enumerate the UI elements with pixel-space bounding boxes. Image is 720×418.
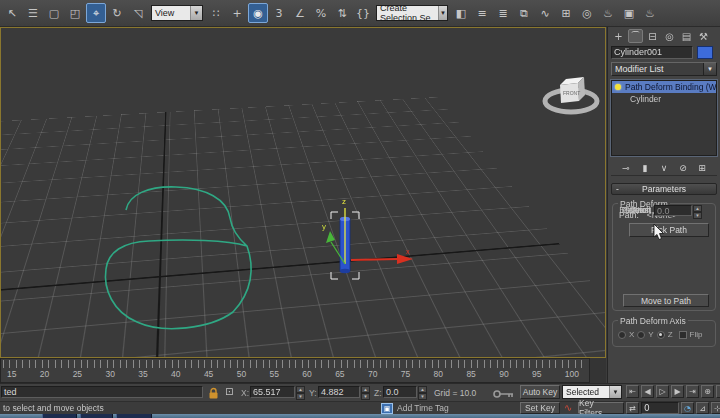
- select-by-name-icon[interactable]: ☰: [23, 3, 43, 23]
- set-key-button[interactable]: Set Key: [520, 402, 560, 414]
- snaps-toggle-icon[interactable]: ◉: [248, 3, 268, 23]
- mirror-icon[interactable]: ◧: [451, 3, 471, 23]
- rendered-frame-window-icon[interactable]: ▣: [619, 3, 639, 23]
- render-tools-group: ◧≡≣⧉∿⊞◎♨▣♨: [451, 3, 660, 23]
- axis-z-radio[interactable]: [657, 331, 665, 339]
- current-frame-field[interactable]: 0: [641, 402, 679, 414]
- taskbar-button[interactable]: [80, 414, 113, 418]
- rollout-collapse-icon[interactable]: -: [616, 184, 619, 194]
- object-color-swatch[interactable]: [697, 46, 713, 59]
- absolute-mode-transform-icon[interactable]: ⊡: [225, 386, 233, 397]
- time-tag-icon[interactable]: ▣: [381, 403, 393, 414]
- time-slider-ruler[interactable]: 1520253035404550556065707580859095100: [0, 358, 590, 383]
- viewport-nav-row2: ◔⊿⊹↻◱: [681, 402, 720, 414]
- curve-editor-icon[interactable]: ∿: [535, 3, 555, 23]
- key-filters-button[interactable]: Key Filters...: [578, 402, 624, 414]
- dropdown-arrow-icon[interactable]: ▼: [438, 6, 447, 20]
- schematic-view-icon[interactable]: ⊞: [556, 3, 576, 23]
- previous-frame-button[interactable]: ◀: [641, 385, 654, 398]
- parameters-rollout-header[interactable]: - Parameters: [611, 183, 717, 195]
- taskbar-button[interactable]: [42, 414, 77, 418]
- material-editor-icon[interactable]: ◎: [577, 3, 597, 23]
- reference-coordinate-system-dropdown[interactable]: View ▼: [151, 5, 203, 21]
- active-time-segment-dropdown[interactable]: Selected ▼: [562, 385, 622, 399]
- dropdown-arrow-icon[interactable]: ▼: [609, 386, 621, 398]
- remove-modifier-button[interactable]: ⊘: [676, 161, 691, 174]
- percent-snap-icon[interactable]: %: [311, 3, 331, 23]
- selection-lock-icon[interactable]: [208, 387, 219, 399]
- pick-path-button[interactable]: Pick Path: [629, 223, 709, 237]
- move-gizmo[interactable]: z y x: [322, 197, 413, 264]
- z-coordinate-field[interactable]: 0.0: [383, 386, 417, 398]
- gizmo-x-axis[interactable]: [351, 259, 398, 260]
- tab-create[interactable]: +: [611, 29, 626, 43]
- spinner-control[interactable]: ▲▼: [693, 205, 702, 216]
- use-pivot-point-center-icon[interactable]: ∷: [206, 3, 226, 23]
- window-crossing-icon[interactable]: ◰: [65, 3, 85, 23]
- stack-item-cylinder[interactable]: Cylinder: [612, 93, 716, 105]
- zoom-all-button[interactable]: ⊞: [716, 385, 720, 398]
- make-unique-button[interactable]: ∨: [657, 161, 672, 174]
- flip-checkbox[interactable]: [679, 331, 687, 339]
- key-mode-toggle-button[interactable]: ⇄: [626, 402, 639, 414]
- stack-item-label: Path Deform Binding (WS: [625, 82, 717, 92]
- tab-motion[interactable]: ◎: [662, 29, 677, 43]
- move-to-path-button[interactable]: Move to Path: [623, 294, 709, 307]
- select-and-move-icon[interactable]: ⌖: [86, 3, 106, 23]
- named-selection-sets-dropdown[interactable]: Create Selection Se ▼: [376, 5, 448, 21]
- render-production-icon[interactable]: ♨: [640, 3, 660, 23]
- next-frame-button[interactable]: ▶: [671, 385, 684, 398]
- select-and-rotate-icon[interactable]: ↻: [107, 3, 127, 23]
- auto-key-button[interactable]: Auto Key: [520, 385, 560, 399]
- go-to-end-button[interactable]: ⇥: [686, 385, 699, 398]
- dropdown-arrow-icon[interactable]: ▼: [703, 63, 716, 75]
- x-spinner[interactable]: ▲▼: [296, 386, 305, 398]
- z-spinner[interactable]: ▲▼: [418, 386, 427, 398]
- dropdown-arrow-icon[interactable]: ▼: [190, 6, 202, 20]
- select-object-icon[interactable]: ↖: [2, 3, 22, 23]
- y-spinner[interactable]: ▲▼: [361, 386, 370, 398]
- tab-modify[interactable]: ⌒: [628, 29, 643, 43]
- path-spline-shape[interactable]: [96, 178, 271, 343]
- cylinder-with-gizmo[interactable]: z y x: [301, 178, 431, 288]
- layer-manager-icon[interactable]: ≣: [493, 3, 513, 23]
- parameter-value-field[interactable]: 0.0: [654, 205, 692, 216]
- show-end-result-button[interactable]: ▮: [638, 161, 653, 174]
- field-of-view-button[interactable]: ⊿: [696, 402, 709, 414]
- keyboard-override-icon[interactable]: [492, 390, 516, 398]
- graphite-ribbon-icon[interactable]: ⧉: [514, 3, 534, 23]
- select-and-manipulate-icon[interactable]: +: [227, 3, 247, 23]
- pan-button[interactable]: ⊹: [711, 402, 720, 414]
- object-name-field[interactable]: Cylinder001: [611, 46, 693, 59]
- axis-y-radio[interactable]: [637, 331, 645, 339]
- spinner-snap-icon[interactable]: ⇅: [332, 3, 352, 23]
- default-tangent-icon[interactable]: ∿: [564, 402, 572, 413]
- pin-stack-button[interactable]: ⊸: [619, 161, 634, 174]
- play-button[interactable]: ▷: [656, 385, 669, 398]
- rectangular-selection-region-icon[interactable]: ▢: [44, 3, 64, 23]
- tab-hierarchy[interactable]: ⊟: [645, 29, 660, 43]
- spline-curve[interactable]: [105, 187, 251, 329]
- configure-modifier-sets-button[interactable]: ⊞: [695, 161, 710, 174]
- stack-item-path-deform-binding[interactable]: Path Deform Binding (WS: [612, 81, 716, 93]
- render-setup-icon[interactable]: ♨: [598, 3, 618, 23]
- add-time-tag-label[interactable]: Add Time Tag: [397, 403, 449, 413]
- viewcube[interactable]: FRONT: [539, 70, 603, 122]
- taskbar-button[interactable]: [116, 414, 152, 418]
- tab-display[interactable]: ▤: [679, 29, 694, 43]
- angle-snap-icon[interactable]: ∠: [290, 3, 310, 23]
- go-to-start-button[interactable]: ⇤: [626, 385, 639, 398]
- perspective-viewport[interactable]: z y x FRONT: [0, 27, 606, 358]
- edit-named-selection-sets-icon[interactable]: {}: [353, 3, 373, 23]
- time-configuration-button[interactable]: ◔: [681, 402, 694, 414]
- y-coordinate-field[interactable]: 4.882: [318, 386, 360, 398]
- align-icon[interactable]: ≡: [472, 3, 492, 23]
- select-and-uniform-scale-icon[interactable]: ◹: [128, 3, 148, 23]
- zoom-button[interactable]: ⊕: [701, 385, 714, 398]
- x-coordinate-field[interactable]: 65.517: [250, 386, 295, 398]
- axis-x-radio[interactable]: [618, 331, 626, 339]
- snap-3d-icon[interactable]: 3: [269, 3, 289, 23]
- modifier-list-dropdown[interactable]: Modifier List ▼: [611, 62, 717, 76]
- modifier-enable-bulb-icon[interactable]: [615, 84, 621, 90]
- tab-utilities[interactable]: ⚒: [696, 29, 711, 43]
